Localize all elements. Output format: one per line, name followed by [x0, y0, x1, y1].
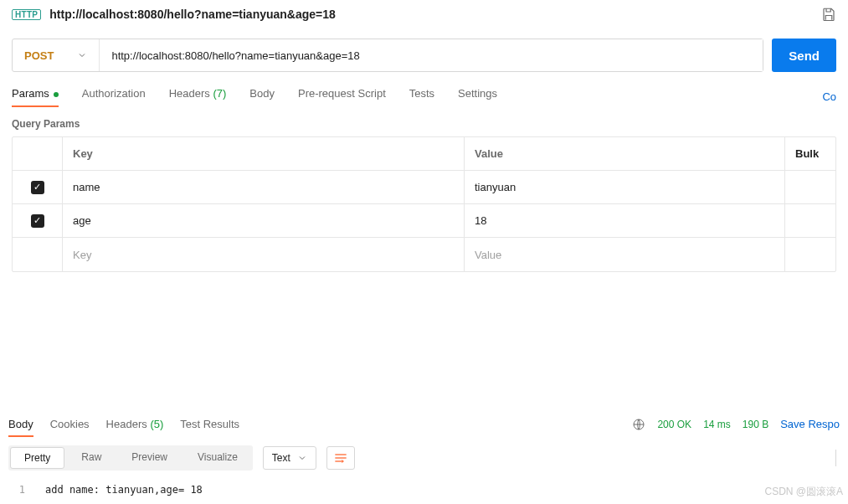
param-key-cell[interactable]: name [63, 171, 465, 203]
param-value-cell[interactable]: tianyuan [465, 171, 785, 203]
line-text: add name: tianyuan,age= 18 [45, 484, 203, 496]
header-key: Key [63, 137, 465, 170]
url-input[interactable] [100, 39, 763, 71]
save-response-button[interactable]: Save Respo [780, 418, 840, 430]
wrap-icon [334, 452, 347, 464]
cookies-link[interactable]: Co [822, 90, 836, 103]
param-value-placeholder[interactable]: Value [465, 238, 785, 271]
tab-body[interactable]: Body [249, 87, 275, 106]
chevron-down-icon [297, 453, 307, 463]
view-mode-pretty[interactable]: Pretty [10, 447, 64, 469]
param-extra-cell [785, 171, 835, 203]
tab-settings[interactable]: Settings [458, 87, 497, 106]
resp-tab-headers[interactable]: Headers (5) [106, 411, 164, 437]
resp-tab-test-results[interactable]: Test Results [180, 411, 239, 437]
resp-tab-body[interactable]: Body [8, 411, 33, 437]
table-row: ✓ name tianyuan [13, 171, 835, 204]
table-row: ✓ age 18 [13, 204, 835, 238]
header-checkbox-cell [13, 137, 63, 170]
table-row-new[interactable]: Key Value [13, 238, 835, 271]
method-url-bar: POST [12, 39, 763, 72]
row-checkbox[interactable]: ✓ [31, 214, 44, 228]
row-checkbox[interactable]: ✓ [31, 181, 44, 194]
query-params-table: Key Value Bulk ✓ name tianyuan ✓ age 18 … [12, 136, 836, 272]
wrap-lines-button[interactable] [326, 446, 355, 470]
param-value-cell[interactable]: 18 [465, 204, 785, 237]
view-mode-visualize[interactable]: Visualize [182, 445, 253, 471]
chevron-down-icon [77, 50, 87, 60]
globe-icon[interactable] [632, 418, 645, 431]
request-title-url: http://localhost:8080/hello?name=tianyua… [49, 8, 813, 21]
response-status: 200 OK [657, 419, 691, 430]
tab-headers[interactable]: Headers (7) [169, 87, 227, 106]
save-icon[interactable] [821, 7, 836, 22]
view-mode-preview[interactable]: Preview [116, 445, 182, 471]
http-badge: HTTP [12, 9, 41, 20]
param-key-placeholder[interactable]: Key [63, 238, 465, 271]
method-select[interactable]: POST [13, 39, 100, 71]
line-number: 1 [8, 484, 25, 496]
method-label: POST [24, 49, 54, 62]
param-key-cell[interactable]: age [63, 204, 465, 237]
watermark: CSDN @圆滚滚A [764, 485, 843, 499]
view-mode-group: Pretty Raw Preview Visualize [8, 445, 253, 471]
tab-authorization[interactable]: Authorization [82, 87, 146, 106]
response-body: 1 add name: tianyuan,age= 18 [0, 479, 848, 504]
send-button[interactable]: Send [772, 39, 836, 72]
params-changed-dot [54, 92, 59, 97]
response-time: 14 ms [703, 419, 731, 430]
resp-tab-cookies[interactable]: Cookies [50, 411, 90, 437]
toolbar-divider [831, 450, 836, 466]
view-mode-raw[interactable]: Raw [66, 445, 116, 471]
format-select[interactable]: Text [263, 446, 316, 470]
tab-tests[interactable]: Tests [409, 87, 434, 106]
response-size: 190 B [743, 419, 768, 430]
header-value: Value [465, 137, 785, 170]
param-extra-cell [785, 204, 835, 237]
bulk-edit-link[interactable]: Bulk [785, 137, 835, 170]
tab-params[interactable]: Params [12, 87, 59, 106]
query-params-label: Query Params [0, 106, 848, 136]
tab-prerequest[interactable]: Pre-request Script [298, 87, 386, 106]
